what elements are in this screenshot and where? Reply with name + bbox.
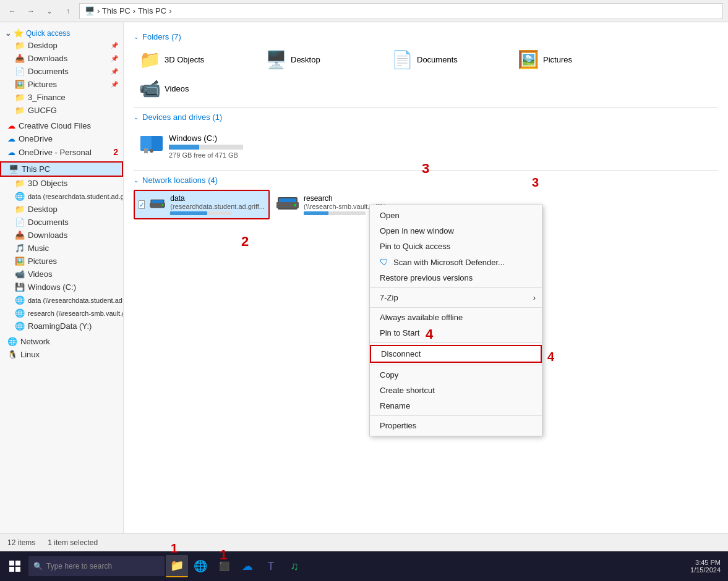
- cloud-glyph: ☁: [242, 559, 253, 573]
- taskbar-search[interactable]: 🔍 Type here to search: [28, 556, 165, 576]
- ctx-sep4: [370, 365, 542, 365]
- address-path[interactable]: 🖥️ › This PC › This PC ›: [79, 3, 723, 19]
- teams-icon[interactable]: T: [260, 555, 282, 577]
- folder-item-videos[interactable]: 📹 Videos: [134, 75, 257, 102]
- folder-item-documents[interactable]: 📄 Documents: [386, 46, 510, 73]
- file-explorer-icon[interactable]: 📁 1: [166, 555, 188, 577]
- folder-pics-icon: 🖼️: [518, 49, 539, 70]
- network-drive-icon: 🌐: [15, 321, 25, 331]
- sidebar-item-videos[interactable]: 📹 Videos: [0, 268, 123, 281]
- sidebar-item-data-research[interactable]: 🌐 data (researchdata.student.ad.griffith…: [0, 190, 123, 203]
- main-layout: ⌄ ⭐ Quick access 📁 Desktop 📌 📥 Downloads…: [0, 22, 728, 533]
- search-placeholder: Type here to search: [46, 562, 112, 570]
- sidebar-item-gucfg[interactable]: 📁 GUCFG: [0, 104, 123, 117]
- folder-item-desktop[interactable]: 🖥️ Desktop: [260, 46, 383, 73]
- folder-name: Pictures: [543, 55, 572, 64]
- ctx-always-offline[interactable]: Always available offline: [370, 310, 542, 325]
- sidebar-item-roaming-y[interactable]: 🌐 RoamingData (Y:): [0, 320, 123, 333]
- cloud-icon[interactable]: ☁: [236, 555, 259, 577]
- ctx-open[interactable]: Open: [370, 208, 542, 223]
- sidebar-item-windows-c[interactable]: 💾 Windows (C:): [0, 281, 123, 294]
- sidebar-item-network[interactable]: 🌐 Network: [0, 335, 123, 348]
- checkbox[interactable]: ✓: [139, 200, 145, 209]
- ctx-rename[interactable]: Rename: [370, 398, 542, 413]
- up-button[interactable]: ↑: [61, 4, 75, 19]
- back-button[interactable]: ←: [5, 4, 20, 19]
- sidebar-item-3finance[interactable]: 📁 3_Finance: [0, 91, 123, 104]
- sidebar-label: Creative Cloud Files: [19, 121, 91, 130]
- sidebar-item-3dobjects[interactable]: 📁 3D Objects: [0, 177, 123, 190]
- sidebar-label: research (\\research-smb.vault.griffith.…: [28, 310, 124, 317]
- quick-access-header[interactable]: ⌄ ⭐ Quick access: [0, 25, 123, 39]
- drive-item-windows-c[interactable]: Windows (C:) 279 GB free of 471 GB: [134, 127, 294, 165]
- devices-grid: Windows (C:) 279 GB free of 471 GB: [134, 127, 718, 165]
- ctx-label: Create shortcut: [380, 386, 435, 395]
- ctx-disconnect[interactable]: Disconnect: [370, 345, 542, 363]
- ctx-label: Always available offline: [380, 313, 463, 322]
- sidebar-item-desktop[interactable]: 📁 Desktop 📌: [0, 39, 123, 52]
- folder-item-pictures[interactable]: 🖼️ Pictures: [512, 46, 636, 73]
- devices-section-header[interactable]: ⌄ Devices and drives (1): [134, 112, 718, 122]
- devices-label: Devices and drives (1): [142, 112, 222, 122]
- sidebar-item-onedrive[interactable]: ☁ OneDrive: [0, 132, 123, 145]
- ctx-create-shortcut[interactable]: Create shortcut: [370, 383, 542, 398]
- sidebar-item-thispc[interactable]: 🖥️ This PC: [0, 161, 123, 177]
- svg-point-11: [294, 204, 296, 206]
- folders-label: Folders (7): [142, 32, 181, 41]
- ctx-7zip[interactable]: 7-Zip ›: [370, 290, 542, 305]
- sidebar-label: RoamingData (Y:): [28, 321, 92, 331]
- svg-point-3: [150, 149, 153, 153]
- ctx-pin-start[interactable]: Pin to Start: [370, 325, 542, 341]
- folder-name: 3D Objects: [165, 55, 204, 64]
- ctx-label: Open in new window: [380, 226, 454, 235]
- sidebar-item-onedrive-personal[interactable]: ☁ OneDrive - Personal 2: [0, 145, 123, 159]
- start-button[interactable]: [2, 554, 27, 579]
- drive-size: 279 GB free of 471 GB: [169, 151, 289, 159]
- sidebar-item-downloads2[interactable]: 📥 Downloads: [0, 229, 123, 242]
- path-text: › This PC ›: [97, 6, 135, 15]
- sidebar-item-music[interactable]: 🎵 Music: [0, 242, 123, 255]
- network-bar-bg2: [304, 211, 366, 215]
- sidebar-item-documents2[interactable]: 📄 Documents: [0, 216, 123, 229]
- annotation-3-label: 3: [422, 161, 429, 177]
- network-section-header[interactable]: ⌄ Network locations (4): [134, 176, 718, 185]
- sidebar-item-data-r[interactable]: 🌐 data (\\researchdata.student.ad.griffi…: [0, 294, 123, 307]
- dropdown-button[interactable]: ⌄: [42, 4, 57, 19]
- folder-icon: 📥: [15, 231, 25, 240]
- folder-name: Documents: [417, 55, 458, 64]
- ctx-open-new-window[interactable]: Open in new window: [370, 223, 542, 239]
- network-bar-fill: [170, 211, 207, 215]
- network-item-data[interactable]: ✓ data (researchdata.student.ad.griff...: [134, 190, 270, 219]
- sidebar-item-creative-cloud[interactable]: ☁ Creative Cloud Files: [0, 119, 123, 132]
- path-icon: 🖥️: [85, 6, 95, 15]
- chrome-icon[interactable]: 🌐: [189, 555, 212, 577]
- spotify-icon[interactable]: ♫: [283, 555, 306, 577]
- sidebar-label: Pictures: [28, 257, 57, 266]
- ctx-pin-quick-access[interactable]: Pin to Quick access: [370, 239, 542, 254]
- sidebar-item-downloads[interactable]: 📥 Downloads 📌: [0, 52, 123, 65]
- sidebar-label: Network: [20, 337, 50, 346]
- ctx-copy[interactable]: Copy: [370, 367, 542, 383]
- ctx-scan-defender[interactable]: 🛡 Scan with Microsoft Defender...: [370, 254, 542, 270]
- folder-docs-icon: 📄: [392, 49, 413, 70]
- ctx-sep2: [370, 307, 542, 308]
- ctx-properties[interactable]: Properties: [370, 418, 542, 433]
- quick-access-text: Quick access: [26, 29, 70, 38]
- drive-info: Windows (C:) 279 GB free of 471 GB: [169, 134, 289, 159]
- chevron-icon: ⌄: [5, 29, 11, 38]
- folder-icon: 📁: [15, 205, 25, 214]
- sidebar-item-research-v[interactable]: 🌐 research (\\research-smb.vault.griffit…: [0, 307, 123, 320]
- sidebar-item-desktop2[interactable]: 📁 Desktop: [0, 203, 123, 216]
- folder-item-3dobjects[interactable]: 📁 3D Objects: [134, 46, 257, 73]
- forward-button[interactable]: →: [24, 4, 38, 19]
- sidebar-item-linux[interactable]: 🐧 Linux: [0, 348, 123, 361]
- ctx-restore-versions[interactable]: Restore previous versions: [370, 270, 542, 286]
- folder-icon: 🎵: [15, 244, 25, 253]
- annotation-2-label: 2: [241, 234, 249, 250]
- status-bar: 12 items 1 item selected: [0, 533, 728, 551]
- sidebar-item-pictures2[interactable]: 🖼️ Pictures: [0, 255, 123, 268]
- folders-section-header[interactable]: ⌄ Folders (7): [134, 32, 718, 41]
- sidebar-item-documents[interactable]: 📄 Documents 📌: [0, 65, 123, 78]
- sidebar-item-pictures[interactable]: 🖼️ Pictures 📌: [0, 78, 123, 91]
- annotation-1-label: 1: [220, 547, 227, 563]
